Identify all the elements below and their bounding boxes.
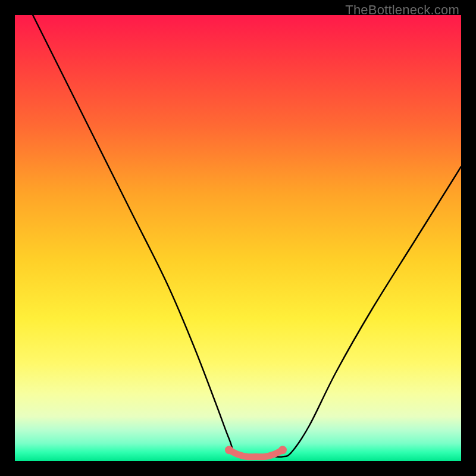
highlight-dot-right bbox=[278, 446, 287, 454]
plot-area bbox=[15, 15, 461, 461]
bottleneck-curve-path bbox=[33, 15, 461, 458]
curve-svg bbox=[15, 15, 461, 461]
chart-frame: TheBottleneck.com bbox=[0, 0, 476, 476]
highlight-dot-left bbox=[225, 446, 233, 454]
flat-highlight-path bbox=[229, 450, 283, 457]
